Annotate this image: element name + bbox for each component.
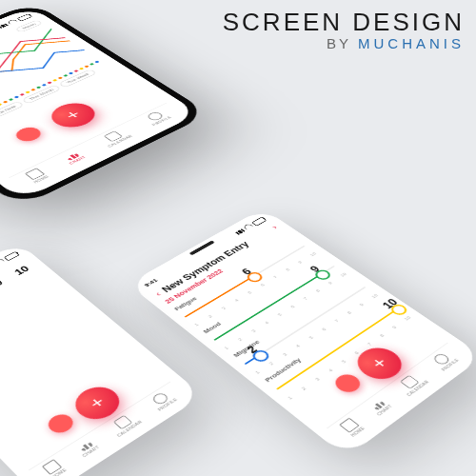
- phone-frame-chart: 9:41 Activity Month All TimePlace NoteTh…: [0, 2, 210, 208]
- mini-fab[interactable]: [44, 411, 78, 437]
- status-time: 9:41: [143, 277, 160, 288]
- battery-icon: [4, 251, 20, 261]
- battery-icon: [16, 13, 32, 21]
- screen-symptom-entry: 9:41 ‹ New Symptom Entry › 25 November 2…: [128, 208, 476, 458]
- day-dot: [0, 103, 3, 106]
- brand-title: SCREEN DESIGN: [223, 8, 465, 37]
- nav-home[interactable]: Home: [24, 168, 50, 184]
- nav-chart[interactable]: Chart: [61, 150, 87, 166]
- nav-calendar[interactable]: Calendar: [97, 128, 133, 148]
- forward-chevron-icon[interactable]: ›: [269, 224, 280, 231]
- mini-fab[interactable]: [11, 125, 45, 144]
- day-dot: [79, 68, 84, 70]
- branding: SCREEN DESIGN BY MUCHANIS: [223, 8, 465, 51]
- wifi-icon: [244, 225, 253, 230]
- day-dot: [3, 101, 9, 104]
- day-dot: [89, 63, 94, 66]
- day-dot: [52, 79, 58, 82]
- day-dot: [19, 93, 25, 96]
- day-dot: [63, 74, 69, 77]
- signal-icon: [0, 24, 9, 29]
- nav-home[interactable]: Home: [41, 459, 68, 476]
- nav-chart[interactable]: Chart: [367, 398, 393, 417]
- screen-chart: 9:41 Activity Month All TimePlace NoteTh…: [0, 7, 199, 200]
- day-dot: [42, 84, 48, 87]
- day-dot: [14, 95, 20, 98]
- nav-home[interactable]: Home: [338, 417, 366, 438]
- day-dot: [30, 89, 36, 91]
- wifi-icon: [8, 20, 18, 25]
- nav-profile[interactable]: Profile: [142, 109, 172, 127]
- day-dot: [25, 90, 30, 93]
- day-dot: [73, 69, 78, 72]
- day-dot: [36, 86, 42, 89]
- brand-subtitle: BY MUCHANIS: [223, 35, 465, 51]
- signal-icon: [235, 228, 246, 234]
- nav-profile[interactable]: Profile: [148, 389, 179, 412]
- mini-fab[interactable]: [330, 371, 365, 396]
- battery-icon: [251, 216, 267, 226]
- day-dot: [58, 76, 64, 79]
- day-dot: [47, 81, 52, 84]
- day-dot: [9, 98, 14, 101]
- day-dot: [84, 65, 89, 68]
- nav-profile[interactable]: Profile: [428, 350, 460, 372]
- day-dot: [94, 61, 99, 64]
- wifi-icon: [0, 259, 5, 265]
- nav-calendar[interactable]: Calendar: [394, 371, 430, 397]
- day-dot: [69, 72, 73, 75]
- back-chevron-icon[interactable]: ‹: [152, 290, 164, 299]
- nav-chart[interactable]: Chart: [74, 438, 100, 458]
